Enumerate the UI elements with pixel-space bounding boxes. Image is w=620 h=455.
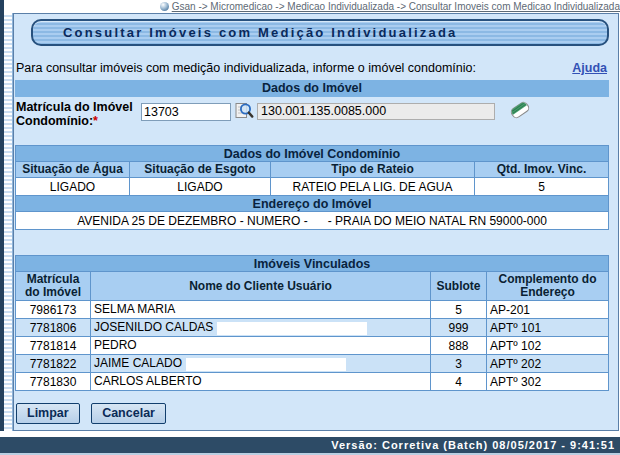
- cell-nome: JOSENILDO CALDAS: [91, 319, 430, 336]
- cell-sublote: 999: [431, 319, 486, 336]
- search-icon[interactable]: [235, 101, 254, 120]
- breadcrumb-links[interactable]: Gsan -> Micromedicao -> Medicao Individu…: [172, 1, 620, 12]
- cliente-nome: SELMA MARIA: [94, 302, 175, 316]
- table-row: 7781806 JOSENILDO CALDAS 999 APTº 101: [16, 319, 608, 336]
- linked-table-body: 7986173 SELMA MARIA 5 AP-201 7781806 JOS…: [16, 301, 608, 390]
- cell-nome: CARLOS ALBERTO: [91, 373, 430, 390]
- content-panel: Consultar Imóveis com Medição Individual…: [13, 13, 619, 431]
- matricula-label-line2: Condomínio:: [16, 114, 93, 128]
- intro-text: Para consultar imóveis com medição indiv…: [16, 61, 476, 75]
- breadcrumb: Gsan -> Micromedicao -> Medicao Individu…: [0, 0, 620, 13]
- cell-sublote: 3: [431, 355, 486, 372]
- page-title: Consultar Imóveis com Medição Individual…: [63, 25, 457, 40]
- menu-gutter: [4, 13, 13, 431]
- cell-sublote: 4: [431, 373, 486, 390]
- col-matricula: Matrícula do Imóvel: [16, 272, 90, 300]
- section-header-dados-imovel: Dados do Imóvel: [15, 80, 609, 97]
- matricula-label: Matrícula do Imóvel Condomínio:*: [16, 100, 133, 128]
- endereco-value: AVENIDA 25 DE DEZEMBRO - NUMERO - - PRAI…: [16, 212, 608, 229]
- matricula-input[interactable]: [141, 103, 231, 121]
- cliente-nome: CARLOS ALBERTO: [94, 374, 202, 388]
- condo-table-title: Dados do Imóvel Condomínio: [16, 146, 608, 161]
- cliente-nome: JOSENILDO CALDAS: [94, 320, 213, 334]
- cell-nome: JAIME CALADO: [91, 355, 430, 372]
- cliente-nome: JAIME CALADO: [94, 356, 182, 370]
- cell-complemento: APTº 202: [487, 355, 608, 372]
- intro-row: Para consultar imóveis com medição indiv…: [16, 61, 607, 75]
- col-sublote: Sublote: [431, 272, 486, 300]
- cell-nome: PEDRO: [91, 337, 430, 354]
- cell-tipo-rateio: RATEIO PELA LIG. DE AGUA: [271, 178, 474, 195]
- required-asterisk: *: [93, 114, 98, 128]
- cell-sublote: 888: [431, 337, 486, 354]
- cell-complemento: APTº 302: [487, 373, 608, 390]
- cell-situacao-esgoto: LIGADO: [130, 178, 270, 195]
- endereco-title: Endereço do Imóvel: [16, 196, 608, 211]
- col-complemento: Complemento do Endereço: [487, 272, 608, 300]
- limpar-button[interactable]: Limpar: [16, 403, 80, 424]
- footer-bar: Versão: Corretiva (Batch) 08/05/2017 - 9…: [0, 437, 620, 453]
- cliente-nome: PEDRO: [94, 338, 137, 352]
- col-situacao-agua: Situação de Água: [16, 162, 129, 177]
- cell-situacao-agua: LIGADO: [16, 178, 129, 195]
- table-row: 7781822 JAIME CALADO 3 APTº 202: [16, 355, 608, 372]
- cell-sublote: 5: [431, 301, 486, 318]
- cell-complemento: APTº 101: [487, 319, 608, 336]
- ajuda-link[interactable]: Ajuda: [572, 61, 607, 75]
- inscricao-readonly: 130.001.135.0085.000: [257, 103, 495, 120]
- cell-matricula: 7781822: [16, 355, 90, 372]
- eraser-icon[interactable]: [507, 97, 533, 123]
- help-ball-icon: [160, 2, 169, 11]
- footer-version: Versão: Corretiva (Batch) 08/05/2017 - 9…: [331, 439, 615, 451]
- col-nome-cliente: Nome do Cliente Usuário: [91, 272, 430, 300]
- cell-complemento: AP-201: [487, 301, 608, 318]
- button-row: Limpar Cancelar: [16, 403, 173, 424]
- table-row: 7781830 CARLOS ALBERTO 4 APTº 302: [16, 373, 608, 390]
- cancelar-button[interactable]: Cancelar: [91, 403, 166, 424]
- cell-matricula: 7781814: [16, 337, 90, 354]
- cell-complemento: APTº 102: [487, 337, 608, 354]
- cell-matricula: 7781806: [16, 319, 90, 336]
- linked-table: Imóveis Vinculados Matrícula do Imóvel N…: [15, 255, 609, 391]
- cell-nome: SELMA MARIA: [91, 301, 430, 318]
- cell-matricula: 7986173: [16, 301, 90, 318]
- redaction-mask: [217, 322, 367, 335]
- magnifier-document-glyph: [235, 101, 254, 120]
- cell-qtd-imov-vinc: 5: [475, 178, 608, 195]
- linked-table-title: Imóveis Vinculados: [16, 256, 608, 271]
- cell-matricula: 7781830: [16, 373, 90, 390]
- col-situacao-esgoto: Situação de Esgoto: [130, 162, 270, 177]
- col-qtd-imov-vinc: Qtd. Imov. Vinc.: [475, 162, 608, 177]
- table-row: 7986173 SELMA MARIA 5 AP-201: [16, 301, 608, 318]
- table-row: 7781814 PEDRO 888 APTº 102: [16, 337, 608, 354]
- redaction-mask: [186, 358, 346, 371]
- matricula-label-line1: Matrícula do Imóvel: [16, 100, 133, 114]
- eraser-glyph: [507, 97, 533, 123]
- condo-table: Dados do Imóvel Condomínio Situação de Á…: [15, 145, 609, 230]
- page-title-box: Consultar Imóveis com Medição Individual…: [31, 19, 609, 46]
- col-tipo-rateio: Tipo de Rateio: [271, 162, 474, 177]
- form-area: Matrícula do Imóvel Condomínio:* 130.001…: [15, 97, 609, 145]
